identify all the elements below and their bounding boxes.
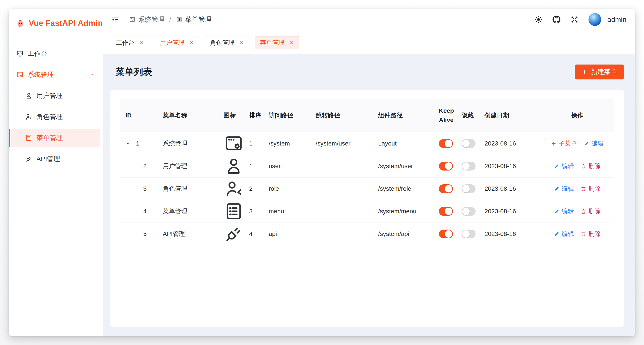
close-icon[interactable] xyxy=(239,40,244,46)
cell-created-date: 2023-08-16 xyxy=(484,208,546,215)
cell-icon xyxy=(224,133,249,154)
sidebar-item[interactable]: 系统管理 xyxy=(9,65,100,84)
hidden-toggle[interactable] xyxy=(462,139,476,148)
tab[interactable]: 菜单管理 xyxy=(255,36,299,49)
close-icon[interactable] xyxy=(289,40,294,46)
hidden-toggle[interactable] xyxy=(462,207,476,216)
keepalive-toggle[interactable] xyxy=(439,139,453,148)
cell-created-date: 2023-08-16 xyxy=(484,140,546,147)
keepalive-toggle[interactable] xyxy=(439,207,453,216)
action-link[interactable]: 删除 xyxy=(580,162,601,170)
cell-order: 3 xyxy=(249,208,269,215)
menu-icon xyxy=(224,201,244,221)
action-link[interactable]: 编辑 xyxy=(554,185,574,193)
cell-hidden xyxy=(462,184,484,193)
hidden-toggle[interactable] xyxy=(462,184,476,193)
cell-component: /system/menu xyxy=(378,208,439,215)
action-label: 删除 xyxy=(588,185,601,193)
chevron-down-icon[interactable] xyxy=(126,141,131,146)
close-icon[interactable] xyxy=(139,40,144,46)
sidebar-item[interactable]: 菜单管理 xyxy=(9,129,100,147)
toggle-knob xyxy=(462,230,470,238)
sidebar-item[interactable]: 用户管理 xyxy=(9,87,100,105)
cell-hidden xyxy=(462,230,484,238)
new-menu-button[interactable]: 新建菜单 xyxy=(575,65,624,80)
breadcrumb-item-system[interactable]: 系统管理 xyxy=(129,15,164,24)
cell-menu-name: 角色管理 xyxy=(163,185,224,193)
github-icon[interactable] xyxy=(552,16,560,24)
close-icon[interactable] xyxy=(189,40,194,46)
cell-component: /system/user xyxy=(378,163,439,170)
column-header: 隐藏 xyxy=(462,103,484,128)
tab[interactable]: 用户管理 xyxy=(155,36,199,49)
sidebar-item-label: 菜单管理 xyxy=(36,133,63,142)
breadcrumb-item-menu[interactable]: 菜单管理 xyxy=(176,15,212,24)
toggle-knob xyxy=(462,185,470,192)
cell-component: /system/api xyxy=(378,230,439,237)
table-row: 4 菜单管理 3 menu /system/menu xyxy=(120,200,614,223)
keepalive-toggle[interactable] xyxy=(439,184,453,193)
cell-actions: 编辑 删除 xyxy=(546,185,614,193)
cell-icon xyxy=(224,178,249,199)
action-link[interactable]: 删除 xyxy=(580,207,601,215)
sidebar-item[interactable]: API管理 xyxy=(9,150,100,168)
cell-menu-name: 用户管理 xyxy=(163,162,224,170)
cell-path: /system xyxy=(269,140,316,147)
plus-icon xyxy=(551,141,556,146)
cell-path: user xyxy=(269,163,316,170)
toggle-knob xyxy=(462,140,470,147)
api-icon xyxy=(25,155,32,163)
sidebar-item[interactable]: 角色管理 xyxy=(9,108,100,126)
action-label: 编辑 xyxy=(592,139,604,148)
hidden-toggle[interactable] xyxy=(462,162,476,171)
action-link[interactable]: 删除 xyxy=(580,230,601,238)
cell-menu-name: 菜单管理 xyxy=(163,207,224,215)
username[interactable]: admin xyxy=(607,16,626,24)
breadcrumb-label: 菜单管理 xyxy=(185,15,212,24)
action-label: 删除 xyxy=(588,230,601,238)
tab[interactable]: 工作台 xyxy=(111,36,149,49)
sidebar-item[interactable]: 工作台 xyxy=(9,44,100,63)
hidden-toggle[interactable] xyxy=(462,230,476,238)
toggle-knob xyxy=(445,230,452,238)
cell-id: 4 xyxy=(120,208,163,215)
toggle-knob xyxy=(445,140,452,147)
action-link[interactable]: 编辑 xyxy=(554,207,574,215)
cell-actions: 编辑 删除 xyxy=(546,162,614,170)
id-value: 5 xyxy=(143,230,147,237)
breadcrumb-separator: / xyxy=(169,16,171,23)
menu-icon xyxy=(176,16,182,23)
column-header: 菜单名称 xyxy=(163,103,224,128)
cell-created-date: 2023-08-16 xyxy=(484,230,546,237)
keepalive-toggle[interactable] xyxy=(439,230,453,238)
new-menu-button-label: 新建菜单 xyxy=(591,67,617,76)
page-title: 菜单列表 xyxy=(116,66,152,78)
edit-icon xyxy=(554,163,560,169)
edit-icon xyxy=(584,141,590,146)
tab[interactable]: 角色管理 xyxy=(205,36,249,49)
cell-keepalive xyxy=(439,230,462,238)
theme-icon[interactable] xyxy=(534,16,542,24)
column-header: KeepAlive xyxy=(439,99,462,132)
trash-icon xyxy=(580,163,586,169)
action-link[interactable]: 编辑 xyxy=(584,139,604,148)
app-logo: Vue FastAPI Admin xyxy=(9,9,103,37)
cell-redirect: /system/user xyxy=(316,140,378,147)
table-row: 5 API管理 4 api /system/api xyxy=(120,223,614,245)
fullscreen-icon[interactable] xyxy=(570,16,578,24)
cell-id: 1 xyxy=(120,140,163,147)
keepalive-toggle[interactable] xyxy=(439,162,453,171)
action-link[interactable]: 删除 xyxy=(580,185,601,193)
action-link[interactable]: 编辑 xyxy=(554,162,574,170)
avatar[interactable] xyxy=(588,13,601,26)
action-link[interactable]: 子菜单 xyxy=(551,139,577,148)
cell-hidden xyxy=(462,207,484,216)
user-icon xyxy=(224,156,244,176)
cell-hidden xyxy=(462,139,484,148)
action-link[interactable]: 编辑 xyxy=(554,230,574,238)
cell-order: 1 xyxy=(249,140,269,147)
cell-menu-name: API管理 xyxy=(163,230,224,238)
trash-icon xyxy=(580,208,586,214)
column-header: 访问路径 xyxy=(269,103,316,128)
collapse-sidebar-icon[interactable] xyxy=(111,15,119,24)
